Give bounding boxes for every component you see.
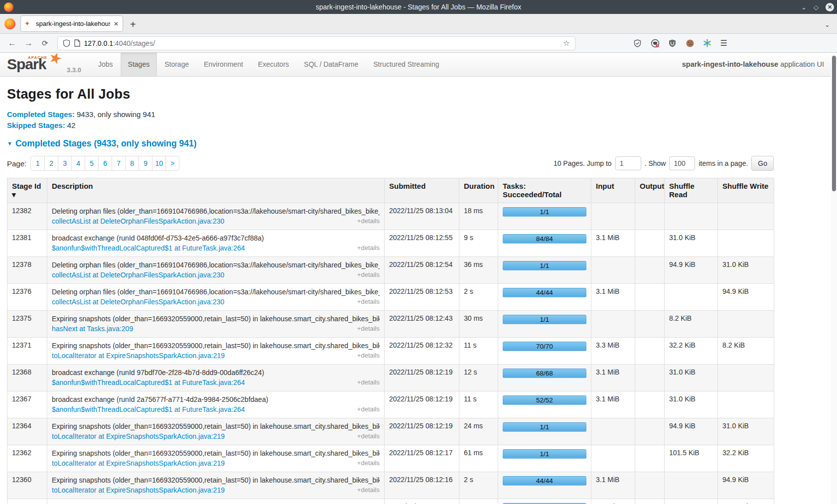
page-button-4[interactable]: 4 [71,156,85,170]
nav-tab-storage[interactable]: Storage [157,53,196,76]
go-button[interactable]: Go [751,156,774,171]
nav-tab-structured-streaming[interactable]: Structured Streaming [366,53,446,76]
list-tabs-chevron-icon[interactable]: ⌄ [825,21,830,28]
skipped-stages-link[interactable]: Skipped Stages: [7,121,65,129]
stage-callsite-link[interactable]: toLocalIterator at ExpireSnapshotsSparkA… [52,458,225,468]
table-row: 12382Deleting orphan files (older_than=1… [7,203,774,230]
column-header-3[interactable]: Duration [459,178,498,203]
shuffle-read-cell: 101.5 KiB [665,445,718,472]
column-header-7[interactable]: Shuffle Read [665,178,718,203]
forward-button[interactable]: → [24,38,33,48]
shield-check-extension-icon[interactable] [633,39,642,48]
column-header-0[interactable]: Stage Id ▾ [7,178,47,203]
nav-tab-environment[interactable]: Environment [196,53,251,76]
next-page-button[interactable]: > [165,156,179,170]
page-button-7[interactable]: 7 [112,156,125,170]
table-row: 12371Expiring snapshots (older_than=1669… [7,338,774,365]
stage-callsite-link[interactable]: $anonfun$withThreadLocalCaptured$1 at Fu… [52,404,245,414]
nav-tab-sql-dataframe[interactable]: SQL / DataFrame [296,53,366,76]
page-label: Page: [7,159,26,168]
tracking-shield-icon[interactable] [63,39,70,47]
items-per-page-input[interactable] [669,156,695,170]
page-button-6[interactable]: 6 [98,156,112,170]
details-toggle[interactable]: +details [357,216,380,226]
stage-callsite-link[interactable]: hasNext at Tasks.java:209 [52,324,133,334]
asterisk-extension-icon[interactable] [703,39,712,48]
stage-callsite-link[interactable]: collectAsList at DeleteOrphanFilesSparkA… [52,297,224,307]
nav-tab-executors[interactable]: Executors [251,53,296,76]
input-cell: 3.1 MiB [591,391,635,418]
completed-stages-section-header[interactable]: ▼Completed Stages (9433, only showing 94… [7,138,830,149]
browser-tab[interactable]: ✦ spark-ingest-into-lakehous ✕ [20,15,123,32]
details-toggle[interactable]: +details [357,458,380,468]
details-toggle[interactable]: +details [357,378,380,387]
url-path: :4040/stages/ [113,39,155,47]
nav-tab-stages[interactable]: Stages [121,53,157,76]
details-toggle[interactable]: +details [357,404,380,414]
stage-callsite-link[interactable]: collectAsList at DeleteOrphanFilesSparkA… [52,270,224,280]
column-header-8[interactable]: Shuffle Write [718,178,774,203]
menu-button[interactable]: ☰ [720,38,727,48]
maximize-button[interactable]: ◇ [814,4,819,10]
stage-id-cell: 12378 [7,257,47,284]
stage-id-cell: 12359 [7,499,47,504]
description-cell: broadcast exchange (runId 048fd06f-d753-… [47,230,385,257]
mask-extension-icon[interactable] [651,39,660,48]
stage-callsite-link[interactable]: toLocalIterator at ExpireSnapshotsSparkA… [52,485,225,495]
spark-logo[interactable]: APACHE Spark ★ 3.3.0 [6,53,65,76]
details-toggle[interactable]: +details [357,297,380,307]
page-button-5[interactable]: 5 [85,156,98,170]
duration-cell: 12 s [459,365,498,391]
page-button-2[interactable]: 2 [44,156,58,170]
stage-callsite-link[interactable]: $anonfun$withThreadLocalCaptured$1 at Fu… [52,243,245,253]
bookmark-star-icon[interactable]: ☆ [563,39,569,48]
minimize-button[interactable]: ⌄ [801,4,807,10]
column-header-2[interactable]: Submitted [385,178,459,203]
url-bar[interactable]: 127.0.0.1:4040/stages/ ☆ [57,36,575,50]
page-button-3[interactable]: 3 [58,156,71,170]
column-header-5[interactable]: Input [591,178,635,203]
completed-stages-link[interactable]: Completed Stages: [7,110,75,119]
page-info-icon[interactable] [74,39,80,47]
page-button-9[interactable]: 9 [139,156,152,170]
column-header-1[interactable]: Description [47,178,385,203]
details-toggle[interactable]: +details [357,351,380,361]
column-header-4[interactable]: Tasks: Succeeded/Total [498,178,591,203]
details-toggle[interactable]: +details [357,270,380,280]
details-toggle[interactable]: +details [357,485,380,495]
stage-description: broadcast exchange (runId 2a75677f-a771-… [52,395,380,404]
caret-down-icon: ▼ [7,140,12,146]
table-row: 12362Expiring snapshots (older_than=1669… [7,445,774,472]
ublock-shield-icon[interactable] [668,39,677,48]
application-suffix: application UI [778,60,824,68]
page-button-10[interactable]: 10 [152,156,165,170]
table-row: 12364Expiring snapshots (older_than=1669… [7,418,774,445]
page-button-1[interactable]: 1 [31,156,44,170]
column-header-6[interactable]: Output [635,178,665,203]
reload-button[interactable]: ⟳ [42,39,48,48]
details-toggle[interactable]: +details [357,431,380,441]
description-cell: Expiring snapshots (older_than=166932055… [47,418,385,445]
scrollbar-thumb[interactable] [832,56,836,191]
stage-callsite-link[interactable]: collectAsList at DeleteOrphanFilesSparkA… [52,216,224,226]
description-cell: Expiring snapshots (older_than=166932055… [47,311,385,338]
new-tab-button[interactable]: + [130,19,136,29]
close-button[interactable]: ✕ [826,3,834,11]
tasks-progress-bar: 1/1 [503,422,586,432]
details-toggle[interactable]: +details [357,324,380,334]
page-button-8[interactable]: 8 [125,156,139,170]
page-scrollbar[interactable] [831,53,837,504]
cookie-extension-icon[interactable] [686,39,695,48]
description-cell: broadcast exchange (runId 2a75677f-a771-… [47,391,385,418]
stage-callsite-link[interactable]: toLocalIterator at ExpireSnapshotsSparkA… [52,351,225,361]
details-toggle[interactable]: +details [357,243,380,253]
input-cell: 3.1 MiB [591,365,635,391]
shuffle-write-cell: 8.2 KiB [718,338,774,365]
stage-callsite-link[interactable]: toLocalIterator at ExpireSnapshotsSparkA… [52,431,225,441]
nav-tab-jobs[interactable]: Jobs [91,53,121,76]
jump-to-page-input[interactable] [615,156,641,170]
back-button[interactable]: ← [8,38,16,48]
tab-close-icon[interactable]: ✕ [114,20,119,27]
stage-callsite-link[interactable]: $anonfun$withThreadLocalCaptured$1 at Fu… [52,378,245,387]
description-cell: broadcast exchange (runId 97bdf70e-2f28-… [47,365,385,391]
